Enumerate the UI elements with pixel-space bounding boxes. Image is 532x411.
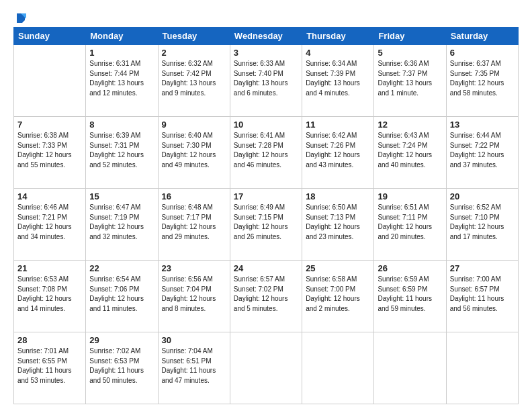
calendar-cell [374,332,446,404]
day-number: 10 [234,120,298,130]
calendar-cell: 8Sunrise: 6:39 AM Sunset: 7:31 PM Daylig… [86,117,158,189]
calendar-cell: 11Sunrise: 6:42 AM Sunset: 7:26 PM Dayli… [302,117,374,189]
day-number: 21 [17,263,82,273]
cell-info: Sunrise: 7:01 AM Sunset: 6:55 PM Dayligh… [17,347,82,385]
calendar-cell: 22Sunrise: 6:54 AM Sunset: 7:06 PM Dayli… [86,261,158,332]
day-number: 6 [450,48,515,58]
calendar-cell [14,45,86,117]
calendar-cell: 7Sunrise: 6:38 AM Sunset: 7:33 PM Daylig… [14,117,86,189]
page-header [13,12,519,21]
day-number: 25 [306,263,370,273]
day-number: 19 [378,191,442,201]
day-number: 12 [378,120,442,130]
weekday-friday: Friday [374,28,446,45]
calendar-cell: 4Sunrise: 6:34 AM Sunset: 7:39 PM Daylig… [302,45,374,117]
day-number: 24 [234,263,298,273]
weekday-header-row: SundayMondayTuesdayWednesdayThursdayFrid… [14,28,519,45]
calendar-cell: 10Sunrise: 6:41 AM Sunset: 7:28 PM Dayli… [230,117,302,189]
cell-info: Sunrise: 6:59 AM Sunset: 6:59 PM Dayligh… [378,275,442,314]
calendar-cell: 17Sunrise: 6:49 AM Sunset: 7:15 PM Dayli… [230,189,302,261]
cell-info: Sunrise: 6:58 AM Sunset: 7:00 PM Dayligh… [306,275,370,314]
calendar-cell: 13Sunrise: 6:44 AM Sunset: 7:22 PM Dayli… [446,117,518,189]
calendar-cell: 1Sunrise: 6:31 AM Sunset: 7:44 PM Daylig… [86,45,158,117]
cell-info: Sunrise: 6:52 AM Sunset: 7:10 PM Dayligh… [450,203,515,242]
cell-info: Sunrise: 6:41 AM Sunset: 7:28 PM Dayligh… [234,131,298,170]
week-row-3: 21Sunrise: 6:53 AM Sunset: 7:08 PM Dayli… [14,261,519,332]
day-number: 8 [89,120,154,130]
day-number: 1 [89,48,154,58]
calendar-cell [230,332,302,404]
cell-info: Sunrise: 6:44 AM Sunset: 7:22 PM Dayligh… [450,131,515,170]
cell-info: Sunrise: 6:48 AM Sunset: 7:17 PM Dayligh… [162,203,226,242]
calendar-cell: 12Sunrise: 6:43 AM Sunset: 7:24 PM Dayli… [374,117,446,189]
cell-info: Sunrise: 6:33 AM Sunset: 7:40 PM Dayligh… [234,59,298,98]
week-row-1: 7Sunrise: 6:38 AM Sunset: 7:33 PM Daylig… [14,117,519,189]
day-number: 23 [162,263,226,273]
cell-info: Sunrise: 6:36 AM Sunset: 7:37 PM Dayligh… [378,59,442,98]
day-number: 16 [162,191,226,201]
calendar-table: SundayMondayTuesdayWednesdayThursdayFrid… [13,27,519,404]
calendar-cell: 29Sunrise: 7:02 AM Sunset: 6:53 PM Dayli… [86,332,158,404]
day-number: 9 [162,120,226,130]
calendar-cell: 26Sunrise: 6:59 AM Sunset: 6:59 PM Dayli… [374,261,446,332]
cell-info: Sunrise: 7:02 AM Sunset: 6:53 PM Dayligh… [89,347,154,385]
cell-info: Sunrise: 7:00 AM Sunset: 6:57 PM Dayligh… [450,275,515,314]
cell-info: Sunrise: 6:50 AM Sunset: 7:13 PM Dayligh… [306,203,370,242]
calendar-cell: 18Sunrise: 6:50 AM Sunset: 7:13 PM Dayli… [302,189,374,261]
day-number: 28 [17,335,82,345]
cell-info: Sunrise: 6:34 AM Sunset: 7:39 PM Dayligh… [306,59,370,98]
day-number: 29 [89,335,154,345]
calendar-cell: 14Sunrise: 6:46 AM Sunset: 7:21 PM Dayli… [14,189,86,261]
day-number: 13 [450,120,515,130]
day-number: 18 [306,191,370,201]
cell-info: Sunrise: 6:47 AM Sunset: 7:19 PM Dayligh… [89,203,154,242]
cell-info: Sunrise: 6:40 AM Sunset: 7:30 PM Dayligh… [162,131,226,170]
day-number: 2 [162,48,226,58]
calendar-cell: 24Sunrise: 6:57 AM Sunset: 7:02 PM Dayli… [230,261,302,332]
cell-info: Sunrise: 6:49 AM Sunset: 7:15 PM Dayligh… [234,203,298,242]
day-number: 5 [378,48,442,58]
weekday-monday: Monday [86,28,158,45]
day-number: 3 [234,48,298,58]
cell-info: Sunrise: 6:43 AM Sunset: 7:24 PM Dayligh… [378,131,442,170]
day-number: 14 [17,191,82,201]
weekday-wednesday: Wednesday [230,28,302,45]
day-number: 4 [306,48,370,58]
day-number: 7 [17,120,82,130]
calendar-cell: 21Sunrise: 6:53 AM Sunset: 7:08 PM Dayli… [14,261,86,332]
calendar-cell: 2Sunrise: 6:32 AM Sunset: 7:42 PM Daylig… [158,45,230,117]
calendar-cell: 23Sunrise: 6:56 AM Sunset: 7:04 PM Dayli… [158,261,230,332]
calendar-cell: 15Sunrise: 6:47 AM Sunset: 7:19 PM Dayli… [86,189,158,261]
calendar-cell: 20Sunrise: 6:52 AM Sunset: 7:10 PM Dayli… [446,189,518,261]
cell-info: Sunrise: 6:54 AM Sunset: 7:06 PM Dayligh… [89,275,154,314]
day-number: 27 [450,263,515,273]
cell-info: Sunrise: 6:32 AM Sunset: 7:42 PM Dayligh… [162,59,226,98]
day-number: 17 [234,191,298,201]
day-number: 15 [89,191,154,201]
calendar-cell: 28Sunrise: 7:01 AM Sunset: 6:55 PM Dayli… [14,332,86,404]
weekday-thursday: Thursday [302,28,374,45]
weekday-sunday: Sunday [14,28,86,45]
calendar-cell: 25Sunrise: 6:58 AM Sunset: 7:00 PM Dayli… [302,261,374,332]
day-number: 20 [450,191,515,201]
cell-info: Sunrise: 6:31 AM Sunset: 7:44 PM Dayligh… [89,59,154,98]
cell-info: Sunrise: 6:53 AM Sunset: 7:08 PM Dayligh… [17,275,82,314]
calendar-cell [302,332,374,404]
cell-info: Sunrise: 6:37 AM Sunset: 7:35 PM Dayligh… [450,59,515,98]
week-row-2: 14Sunrise: 6:46 AM Sunset: 7:21 PM Dayli… [14,189,519,261]
cell-info: Sunrise: 6:46 AM Sunset: 7:21 PM Dayligh… [17,203,82,242]
day-number: 26 [378,263,442,273]
weekday-saturday: Saturday [446,28,518,45]
cell-info: Sunrise: 6:51 AM Sunset: 7:11 PM Dayligh… [378,203,442,242]
week-row-0: 1Sunrise: 6:31 AM Sunset: 7:44 PM Daylig… [14,45,519,117]
weekday-tuesday: Tuesday [158,28,230,45]
calendar-cell: 9Sunrise: 6:40 AM Sunset: 7:30 PM Daylig… [158,117,230,189]
cell-info: Sunrise: 6:38 AM Sunset: 7:33 PM Dayligh… [17,131,82,170]
day-number: 11 [306,120,370,130]
day-number: 22 [89,263,154,273]
calendar-cell: 19Sunrise: 6:51 AM Sunset: 7:11 PM Dayli… [374,189,446,261]
calendar-cell: 30Sunrise: 7:04 AM Sunset: 6:51 PM Dayli… [158,332,230,404]
calendar-cell: 5Sunrise: 6:36 AM Sunset: 7:37 PM Daylig… [374,45,446,117]
calendar-cell: 27Sunrise: 7:00 AM Sunset: 6:57 PM Dayli… [446,261,518,332]
calendar-cell: 3Sunrise: 6:33 AM Sunset: 7:40 PM Daylig… [230,45,302,117]
